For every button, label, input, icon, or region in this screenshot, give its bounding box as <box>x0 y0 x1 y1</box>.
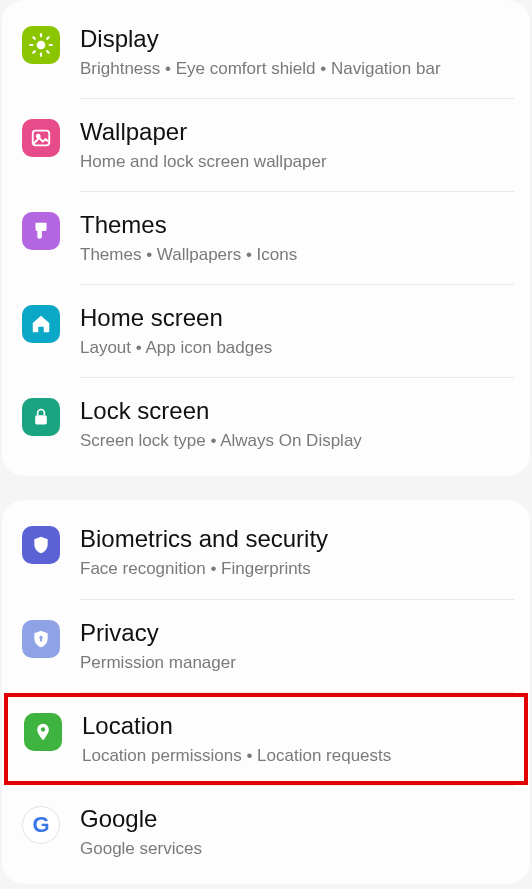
google-icon: G <box>22 806 60 844</box>
svg-line-5 <box>33 37 35 39</box>
settings-item-subtitle: Brightness • Eye comfort shield • Naviga… <box>80 58 510 80</box>
svg-line-6 <box>47 51 49 53</box>
settings-item-title: Display <box>80 24 510 54</box>
svg-rect-13 <box>40 638 42 641</box>
svg-rect-11 <box>35 416 47 425</box>
lock-icon <box>22 398 60 436</box>
pin-icon <box>24 713 62 751</box>
settings-item-subtitle: Home and lock screen wallpaper <box>80 151 510 173</box>
settings-item-text: Themes Themes • Wallpapers • Icons <box>80 210 510 266</box>
settings-item-subtitle: Layout • App icon badges <box>80 337 510 359</box>
settings-item-display[interactable]: Display Brightness • Eye comfort shield … <box>2 6 530 98</box>
settings-section-1: Display Brightness • Eye comfort shield … <box>2 0 530 476</box>
settings-item-title: Home screen <box>80 303 510 333</box>
brush-icon <box>22 212 60 250</box>
home-icon <box>22 305 60 343</box>
picture-icon <box>22 119 60 157</box>
settings-item-privacy[interactable]: Privacy Permission manager <box>2 600 530 692</box>
settings-item-title: Biometrics and security <box>80 524 510 554</box>
settings-item-title: Privacy <box>80 618 510 648</box>
settings-item-text: Home screen Layout • App icon badges <box>80 303 510 359</box>
settings-item-google[interactable]: G Google Google services <box>2 786 530 878</box>
privacy-icon <box>22 620 60 658</box>
settings-item-subtitle: Screen lock type • Always On Display <box>80 430 510 452</box>
settings-item-title: Google <box>80 804 510 834</box>
settings-item-text: Display Brightness • Eye comfort shield … <box>80 24 510 80</box>
settings-section-2: Biometrics and security Face recognition… <box>2 500 530 883</box>
settings-item-title: Themes <box>80 210 510 240</box>
svg-line-8 <box>47 37 49 39</box>
settings-item-location[interactable]: Location Location permissions • Location… <box>4 693 528 785</box>
settings-item-text: Privacy Permission manager <box>80 618 510 674</box>
sun-icon <box>22 26 60 64</box>
shield-icon <box>22 526 60 564</box>
settings-item-title: Location <box>82 711 508 741</box>
settings-item-text: Google Google services <box>80 804 510 860</box>
settings-item-biometrics[interactable]: Biometrics and security Face recognition… <box>2 506 530 598</box>
svg-point-0 <box>37 41 46 50</box>
settings-item-text: Biometrics and security Face recognition… <box>80 524 510 580</box>
settings-item-themes[interactable]: Themes Themes • Wallpapers • Icons <box>2 192 530 284</box>
settings-item-wallpaper[interactable]: Wallpaper Home and lock screen wallpaper <box>2 99 530 191</box>
settings-item-subtitle: Face recognition • Fingerprints <box>80 558 510 580</box>
settings-item-text: Wallpaper Home and lock screen wallpaper <box>80 117 510 173</box>
settings-item-home-screen[interactable]: Home screen Layout • App icon badges <box>2 285 530 377</box>
settings-item-subtitle: Themes • Wallpapers • Icons <box>80 244 510 266</box>
settings-item-text: Location Location permissions • Location… <box>82 711 508 767</box>
svg-line-7 <box>33 51 35 53</box>
settings-item-lock-screen[interactable]: Lock screen Screen lock type • Always On… <box>2 378 530 470</box>
highlighted-item: Location Location permissions • Location… <box>4 693 528 785</box>
svg-point-14 <box>41 727 45 731</box>
settings-item-title: Lock screen <box>80 396 510 426</box>
settings-item-title: Wallpaper <box>80 117 510 147</box>
settings-item-text: Lock screen Screen lock type • Always On… <box>80 396 510 452</box>
settings-item-subtitle: Permission manager <box>80 652 510 674</box>
settings-item-subtitle: Google services <box>80 838 510 860</box>
settings-item-subtitle: Location permissions • Location requests <box>82 745 508 767</box>
